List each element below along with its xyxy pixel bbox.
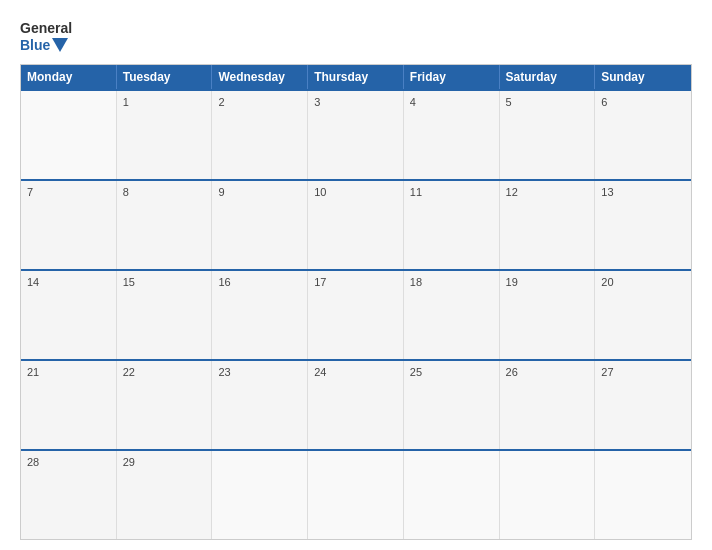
calendar-cell [212, 451, 308, 539]
day-number: 9 [218, 186, 224, 198]
day-number: 7 [27, 186, 33, 198]
calendar-cell [595, 451, 691, 539]
calendar-cell: 23 [212, 361, 308, 449]
calendar-cell: 11 [404, 181, 500, 269]
calendar-cell: 22 [117, 361, 213, 449]
calendar-cell: 28 [21, 451, 117, 539]
calendar-cell: 8 [117, 181, 213, 269]
day-number: 17 [314, 276, 326, 288]
calendar-cell: 4 [404, 91, 500, 179]
calendar-cell: 7 [21, 181, 117, 269]
calendar-cell: 15 [117, 271, 213, 359]
day-number: 6 [601, 96, 607, 108]
calendar-header-cell: Saturday [500, 65, 596, 89]
day-number: 5 [506, 96, 512, 108]
day-number: 27 [601, 366, 613, 378]
day-number: 19 [506, 276, 518, 288]
calendar-cell: 20 [595, 271, 691, 359]
day-number: 2 [218, 96, 224, 108]
calendar-cell: 3 [308, 91, 404, 179]
calendar-header-cell: Sunday [595, 65, 691, 89]
calendar-row: 2829 [21, 449, 691, 539]
calendar-cell: 17 [308, 271, 404, 359]
logo-general-text: General [20, 20, 72, 37]
calendar-cell: 9 [212, 181, 308, 269]
day-number: 16 [218, 276, 230, 288]
calendar-cell: 10 [308, 181, 404, 269]
day-number: 15 [123, 276, 135, 288]
calendar-cell: 24 [308, 361, 404, 449]
calendar-cell: 5 [500, 91, 596, 179]
calendar-page: General Blue MondayTuesdayWednesdayThurs… [0, 0, 712, 550]
day-number: 4 [410, 96, 416, 108]
day-number: 22 [123, 366, 135, 378]
day-number: 29 [123, 456, 135, 468]
calendar-row: 14151617181920 [21, 269, 691, 359]
calendar-header-cell: Wednesday [212, 65, 308, 89]
calendar-cell: 26 [500, 361, 596, 449]
calendar-cell: 14 [21, 271, 117, 359]
day-number: 26 [506, 366, 518, 378]
page-header: General Blue [20, 20, 692, 54]
calendar-header-cell: Tuesday [117, 65, 213, 89]
calendar-cell [308, 451, 404, 539]
day-number: 24 [314, 366, 326, 378]
calendar-cell: 13 [595, 181, 691, 269]
calendar-cell: 25 [404, 361, 500, 449]
day-number: 18 [410, 276, 422, 288]
day-number: 14 [27, 276, 39, 288]
calendar-cell: 21 [21, 361, 117, 449]
day-number: 10 [314, 186, 326, 198]
day-number: 13 [601, 186, 613, 198]
day-number: 21 [27, 366, 39, 378]
day-number: 28 [27, 456, 39, 468]
day-number: 3 [314, 96, 320, 108]
day-number: 20 [601, 276, 613, 288]
calendar-cell [500, 451, 596, 539]
calendar-cell: 19 [500, 271, 596, 359]
day-number: 12 [506, 186, 518, 198]
calendar-row: 78910111213 [21, 179, 691, 269]
day-number: 25 [410, 366, 422, 378]
day-number: 23 [218, 366, 230, 378]
calendar-cell: 16 [212, 271, 308, 359]
calendar-cell: 12 [500, 181, 596, 269]
calendar-body: 1234567891011121314151617181920212223242… [21, 89, 691, 539]
calendar-header-cell: Monday [21, 65, 117, 89]
calendar-header-cell: Thursday [308, 65, 404, 89]
logo: General Blue [20, 20, 72, 54]
calendar-cell: 29 [117, 451, 213, 539]
calendar-header-cell: Friday [404, 65, 500, 89]
logo-triangle-icon [52, 38, 68, 52]
calendar-cell: 6 [595, 91, 691, 179]
calendar-row: 123456 [21, 89, 691, 179]
day-number: 8 [123, 186, 129, 198]
calendar-row: 21222324252627 [21, 359, 691, 449]
logo-blue-text: Blue [20, 37, 50, 54]
day-number: 1 [123, 96, 129, 108]
calendar-header-row: MondayTuesdayWednesdayThursdayFridaySatu… [21, 65, 691, 89]
calendar-cell [21, 91, 117, 179]
calendar: MondayTuesdayWednesdayThursdayFridaySatu… [20, 64, 692, 540]
calendar-cell: 18 [404, 271, 500, 359]
calendar-cell: 1 [117, 91, 213, 179]
svg-marker-0 [52, 38, 68, 52]
day-number: 11 [410, 186, 422, 198]
calendar-cell: 27 [595, 361, 691, 449]
calendar-cell [404, 451, 500, 539]
calendar-cell: 2 [212, 91, 308, 179]
